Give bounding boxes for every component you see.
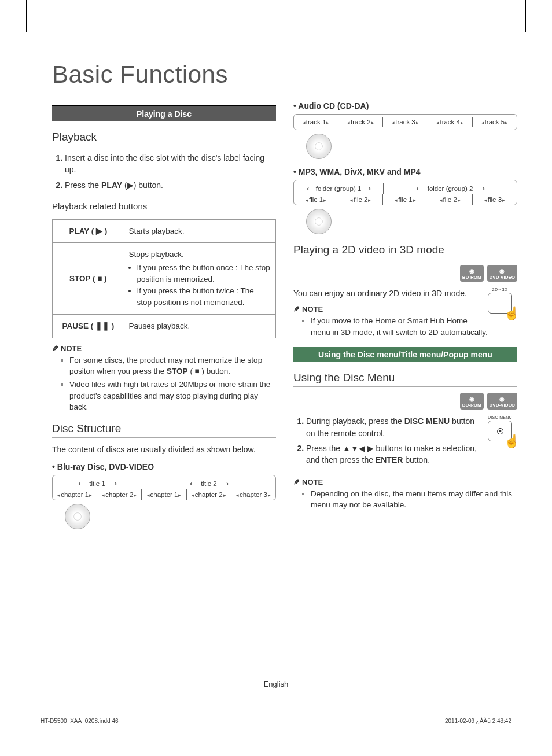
section-playback-heading: Playback: [52, 131, 276, 146]
file-cell: file 2: [428, 194, 473, 205]
note-item: Depending on the disc, the menu items ma…: [311, 488, 517, 511]
audiocd-structure: track 1 track 2 track 3 track 4 track 5: [293, 114, 517, 130]
disc-menu-notes: Depending on the disc, the menu items ma…: [293, 488, 517, 511]
chapter-cell: chapter 3: [231, 489, 275, 500]
print-meta: HT-D5500_XAA_0208.indd 46 2011-02-09 ¿ÀÀ…: [41, 718, 511, 724]
left-column: Playing a Disc Playback Insert a disc in…: [52, 101, 276, 537]
chapter-cell: chapter 1: [53, 489, 97, 500]
title-row: ⟵ title 1 ⟶ ⟵ title 2 ⟶: [53, 475, 275, 489]
track-cell: track 4: [428, 117, 473, 127]
chapter-cell: chapter 2: [97, 489, 142, 500]
bluray-structure: ⟵ title 1 ⟶ ⟵ title 2 ⟶ chapter 1 chapte…: [52, 475, 276, 500]
section-disc-structure-heading: Disc Structure: [52, 422, 276, 438]
file-row: file 1 file 2 file 1 file 2 file 3: [294, 194, 517, 205]
playback-step-1: Insert a disc into the disc slot with th…: [65, 152, 276, 176]
table-row: STOP ( ■ ) Stops playback. If you press …: [53, 243, 276, 315]
mp3-structure: ⟵folder (group) 1⟶ ⟵ folder (group) 2 ⟶ …: [293, 180, 517, 205]
disc-illustration: [293, 209, 517, 234]
notes-2d3d: If you move to the Home or Smart Hub Hom…: [293, 315, 517, 338]
badge-dvdvideo: DVD-VIDEO: [487, 393, 517, 410]
disc-illustration: [52, 504, 276, 529]
hand-icon: ☝: [504, 306, 520, 321]
file-cell: file 3: [473, 194, 517, 205]
buttons-table: PLAY ( ▶ ) Starts playback. STOP ( ■ ) S…: [52, 219, 276, 338]
btn-stop-desc: Stops playback. If you press the button …: [124, 243, 275, 315]
footer-language: English: [0, 680, 552, 688]
playback-notes: For some discs, the product may not memo…: [52, 355, 276, 413]
badge-dvdvideo: DVD-VIDEO: [487, 265, 517, 282]
manual-page: Basic Functions Playing a Disc Playback …: [0, 0, 552, 740]
track-row: track 1 track 2 track 3 track 4 track 5: [294, 115, 517, 130]
disc-illustration: [293, 134, 517, 159]
banner-disc-menu: Using the Disc menu/Title menu/Popup men…: [293, 347, 517, 362]
meta-filename: HT-D5500_XAA_0208.indd 46: [41, 718, 119, 724]
section-2d3d-body: 2D→3D ☝ You can enjoy an ordinary 2D vid…: [293, 287, 517, 344]
note-heading: NOTE: [52, 344, 276, 353]
stop-bullets: If you press the button once : The stop …: [129, 262, 271, 308]
stop-bullet-1: If you press the button once : The stop …: [137, 262, 271, 285]
chapter-row: chapter 1 chapter 2 chapter 1 chapter 2 …: [53, 489, 275, 500]
btn-play-desc: Starts playback.: [124, 219, 275, 243]
hand-icon: ☝: [504, 434, 520, 449]
disc-menu-step-2: Press the ▲▼◀ ▶ buttons to make a select…: [306, 442, 517, 466]
stop-bullet-2: If you press the button twice : The stop…: [137, 285, 271, 308]
file-cell: file 1: [383, 194, 428, 205]
chapter-cell: chapter 2: [187, 489, 231, 500]
meta-timestamp: 2011-02-09 ¿ÀÀü 2:43:42: [445, 718, 511, 724]
chapter-cell: chapter 1: [142, 489, 186, 500]
track-cell: track 3: [383, 117, 428, 127]
banner-playing-disc: Playing a Disc: [52, 105, 276, 121]
btn-pause-desc: Pauses playback.: [124, 315, 275, 338]
section-disc-menu-heading: Using the Disc Menu: [293, 371, 517, 387]
audiocd-heading: • Audio CD (CD-DA): [293, 101, 517, 110]
crop-mark: [526, 32, 552, 32]
badge-bdrom: BD-ROM: [460, 265, 484, 282]
button-shape: ⦿ ☝: [488, 421, 512, 441]
content-columns: Playing a Disc Playback Insert a disc in…: [52, 101, 517, 537]
format-badges: BD-ROM DVD-VIDEO: [293, 393, 517, 410]
track-cell: track 1: [294, 117, 338, 127]
section-disc-menu-body: DISC MENU ⦿ ☝ During playback, press the…: [293, 415, 517, 471]
crop-mark: [26, 0, 27, 32]
disc-icon: [306, 209, 332, 234]
crop-mark: [525, 0, 526, 32]
folder-cell: ⟵folder (group) 1⟶: [294, 183, 384, 194]
file-cell: file 2: [338, 194, 383, 205]
playback-buttons-heading: Playback related buttons: [52, 201, 276, 213]
table-row: PLAY ( ▶ ) Starts playback.: [53, 219, 276, 243]
page-title: Basic Functions: [52, 61, 517, 88]
note-item: Video files with high bit rates of 20Mbp…: [69, 379, 276, 413]
format-badges: BD-ROM DVD-VIDEO: [293, 265, 517, 282]
remote-button-2d3d: 2D→3D ☝: [483, 287, 517, 314]
track-cell: track 2: [338, 117, 383, 127]
right-column: • Audio CD (CD-DA) track 1 track 2 track…: [293, 101, 517, 537]
section-2d3d-heading: Playing a 2D video in 3D mode: [293, 244, 517, 259]
disc-icon: [65, 504, 90, 529]
btn-play-name: PLAY ( ▶ ): [53, 219, 124, 243]
note-item: If you move to the Home or Smart Hub Hom…: [311, 315, 517, 338]
disc-structure-intro: The content of discs are usually divided…: [52, 444, 276, 455]
disc-icon: [306, 134, 332, 159]
note-heading: NOTE: [293, 478, 517, 486]
button-shape: ☝: [488, 293, 512, 314]
bluray-heading: • Blu-ray Disc, DVD-VIDEO: [52, 462, 276, 471]
title-cell: ⟵ title 2 ⟶: [142, 478, 275, 489]
folder-row: ⟵folder (group) 1⟶ ⟵ folder (group) 2 ⟶: [294, 180, 517, 194]
badge-bdrom: BD-ROM: [460, 393, 484, 410]
folder-cell: ⟵ folder (group) 2 ⟶: [384, 183, 517, 194]
mp3-heading: • MP3, WMA, DivX, MKV and MP4: [293, 167, 517, 176]
remote-button-discmenu: DISC MENU ⦿ ☝: [483, 415, 517, 441]
track-cell: track 5: [473, 117, 517, 127]
title-cell: ⟵ title 1 ⟶: [53, 478, 142, 489]
table-row: PAUSE ( ❚❚ ) Pauses playback.: [53, 315, 276, 338]
btn-pause-name: PAUSE ( ❚❚ ): [53, 315, 124, 338]
playback-steps: Insert a disc into the disc slot with th…: [52, 152, 276, 191]
crop-mark: [0, 32, 26, 32]
file-cell: file 1: [294, 194, 338, 205]
btn-stop-name: STOP ( ■ ): [53, 243, 124, 315]
note-item: For some discs, the product may not memo…: [69, 355, 276, 377]
playback-step-2: Press the PLAY (▶) button.: [65, 179, 276, 191]
